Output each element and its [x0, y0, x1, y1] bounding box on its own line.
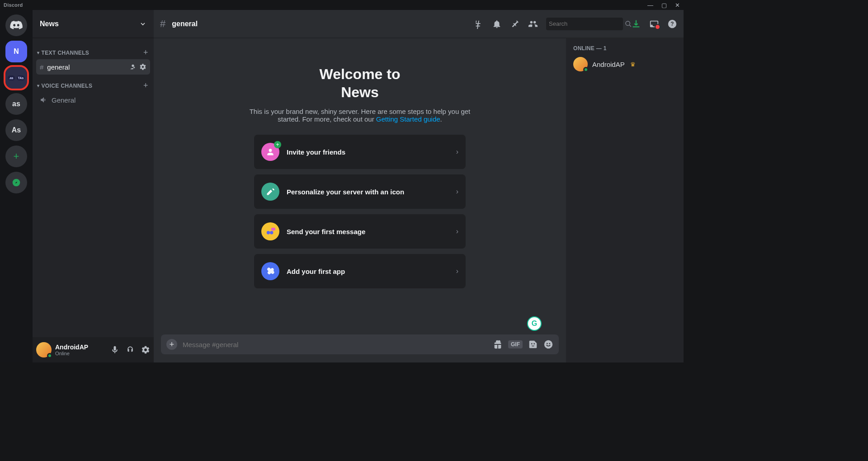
server-owner-crown-icon: ♛ [630, 61, 636, 68]
svg-point-7 [547, 343, 548, 344]
category-text-channels[interactable]: ▾ TEXT CHANNELS + [36, 42, 150, 59]
first-message-card[interactable]: Send your first message › [254, 214, 466, 249]
download-button[interactable] [631, 19, 641, 29]
gif-button[interactable]: GIF [508, 340, 523, 348]
mute-button[interactable] [110, 345, 119, 354]
server-item[interactable]: As [5, 119, 27, 141]
status-online-icon [583, 67, 589, 72]
user-name: AndroidAP [55, 343, 88, 351]
compass-icon [12, 178, 21, 187]
toolbar-channel-name: general [172, 20, 198, 28]
status-online-icon [47, 353, 52, 358]
folder-mini-item: .as [8, 75, 15, 80]
plus-badge-icon: + [274, 141, 281, 148]
server-item[interactable]: as [5, 93, 27, 115]
edit-channel-icon[interactable] [139, 63, 146, 71]
search-box[interactable] [546, 18, 623, 30]
svg-text:?: ? [670, 20, 674, 27]
chevron-down-icon: ▾ [37, 83, 39, 88]
window-controls: — ▢ ✕ [647, 2, 680, 9]
chevron-right-icon: › [456, 227, 458, 235]
window-close-button[interactable]: ✕ [675, 2, 680, 9]
main-area: # general [154, 10, 684, 362]
attach-button[interactable]: + [166, 339, 177, 350]
sticker-button[interactable] [528, 339, 538, 349]
card-label: Send your first message [287, 228, 365, 235]
welcome-panel: Welcome to News This is your brand new, … [154, 38, 566, 334]
invite-friends-card[interactable]: + Invite your friends › [254, 135, 466, 169]
threads-button[interactable] [474, 19, 484, 29]
message-icon [261, 222, 279, 240]
server-header[interactable]: News [33, 10, 154, 38]
help-button[interactable]: ? [667, 19, 677, 29]
server-initial: As [12, 126, 21, 134]
member-list-toggle[interactable] [528, 19, 538, 29]
channel-name: General [52, 96, 75, 104]
create-channel-button[interactable]: + [143, 48, 148, 57]
invite-icon: + [261, 143, 279, 161]
svg-point-4 [270, 231, 273, 234]
category-voice-channels[interactable]: ▾ VOICE CHANNELS + [36, 75, 150, 92]
server-rail: N .as TAs as As + [0, 10, 33, 362]
personalize-server-card[interactable]: Personalize your server with an icon › [254, 174, 466, 209]
card-label: Add your first app [287, 268, 345, 275]
gift-button[interactable] [493, 339, 503, 349]
channel-toolbar: # general [154, 10, 684, 38]
discord-logo-icon [10, 21, 23, 30]
card-label: Invite your friends [287, 148, 345, 156]
onboarding-cards: + Invite your friends › Personalize your… [254, 135, 466, 288]
chevron-down-icon: ▾ [37, 50, 39, 55]
server-item-selected[interactable]: N [5, 41, 27, 62]
member-list: ONLINE — 1 AndroidAP ♛ [566, 38, 684, 362]
hash-icon: # [40, 63, 43, 71]
explore-servers-button[interactable] [5, 172, 27, 193]
welcome-title: Welcome to News [320, 65, 401, 101]
window-minimize-button[interactable]: — [647, 2, 653, 9]
channel-name: general [47, 63, 70, 71]
window-titlebar: Discord — ▢ ✕ [0, 0, 684, 10]
emoji-button[interactable] [543, 339, 553, 349]
card-label: Personalize your server with an icon [287, 188, 404, 196]
hash-icon: # [160, 18, 165, 30]
deafen-button[interactable] [126, 345, 135, 354]
create-invite-icon[interactable] [129, 63, 137, 71]
grammarly-icon[interactable]: G [527, 316, 542, 331]
add-app-card[interactable]: Add your first app › [254, 254, 466, 288]
chevron-right-icon: › [456, 267, 458, 275]
member-item[interactable]: AndroidAP ♛ [571, 55, 679, 73]
server-folder[interactable]: .as TAs [5, 67, 27, 89]
search-input[interactable] [549, 20, 625, 27]
user-avatar[interactable] [36, 342, 52, 358]
notifications-button[interactable] [492, 19, 502, 29]
channel-list: ▾ TEXT CHANNELS + # general ▾ VOICE [33, 38, 154, 337]
user-settings-button[interactable] [141, 345, 150, 354]
category-label: TEXT CHANNELS [41, 50, 89, 56]
welcome-subtitle: This is your brand new, shiny server. He… [242, 108, 477, 123]
chevron-down-icon [139, 20, 146, 28]
channel-text-general[interactable]: # general [36, 59, 150, 75]
svg-point-3 [267, 231, 270, 234]
server-initial: N [14, 47, 19, 56]
category-label: VOICE CHANNELS [41, 83, 92, 89]
user-panel: AndroidAP Online [33, 337, 154, 362]
member-avatar [573, 57, 588, 71]
home-button[interactable] [5, 14, 27, 36]
getting-started-link[interactable]: Getting Started guide [376, 115, 440, 123]
inbox-button[interactable] [649, 19, 659, 29]
app-brand: Discord [4, 2, 23, 8]
speaker-icon [40, 96, 48, 104]
server-initial: as [12, 100, 20, 108]
chat-area: Welcome to News This is your brand new, … [154, 38, 566, 362]
channel-voice-general[interactable]: General [36, 92, 150, 108]
message-input[interactable] [183, 341, 487, 348]
window-maximize-button[interactable]: ▢ [661, 2, 667, 9]
add-server-button[interactable]: + [5, 146, 27, 167]
member-name: AndroidAP [592, 61, 625, 68]
create-channel-button[interactable]: + [143, 81, 148, 90]
svg-point-6 [544, 340, 552, 348]
user-meta[interactable]: AndroidAP Online [55, 343, 88, 357]
channel-sidebar: News ▾ TEXT CHANNELS + # general [33, 10, 154, 362]
app-icon [261, 262, 279, 280]
server-name: News [40, 20, 59, 28]
pinned-messages-button[interactable] [510, 19, 520, 29]
